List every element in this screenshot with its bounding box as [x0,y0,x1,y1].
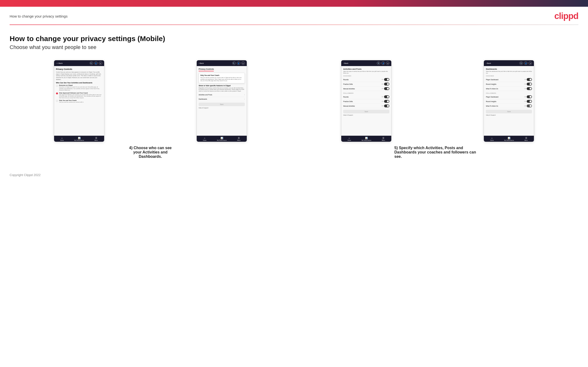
playerdash-f-label: Player Dashboard [486,96,498,98]
bottom-tab-perf-3[interactable]: 📊 My Performance [362,137,371,141]
phone-bottom-1: ⌂ Home 📊 My Performance ☰ Menu [54,136,104,142]
toggle-switch-ric[interactable] [527,83,532,85]
radio-label-1: Everyone on Clippd [59,84,102,86]
toggle-switch-pdf[interactable] [527,95,532,98]
save-button-3[interactable]: Save [343,110,389,113]
logo: clippd [554,11,578,21]
activities-title: Activities and Posts [343,68,389,70]
bottom-tab-perf-2[interactable]: 📊 My Performance [217,137,226,141]
help-row-3[interactable]: Help & Support [343,114,389,116]
toggle-switch-wwc[interactable] [527,87,532,90]
bottom-tab-menu-4[interactable]: ☰ Menu [525,137,528,141]
coaches-label-4: COACHES [486,75,532,77]
toggle-playerdash-c[interactable]: Player Dashboard ON [486,77,532,82]
toggle-whatwork-c[interactable]: What To Work On ON [486,86,532,91]
back-button-1[interactable]: ‹ < Back [56,62,63,64]
screenshots-right: ‹ Back 🔍 👤 ⚙ Activities and Posts Select… [297,60,579,159]
home-label-3: Home [347,140,351,141]
search-icon[interactable]: 🔍 [90,61,93,65]
toggle-switch-rc[interactable] [384,78,389,81]
toggle-switch-rf[interactable] [384,95,389,98]
toggle-switch-df[interactable] [384,100,389,103]
toggle-playerdash-f[interactable]: Player Dashboard ON [486,95,532,99]
search-icon-4[interactable]: 🔍 [519,61,523,65]
dropdown-title: Only You and Your Coach [200,75,243,76]
phone-bottom-4: ⌂ Home 📊 My Performance ☰ Menu [484,136,534,142]
toggle-drills-f[interactable]: Practice Drills ON [343,99,389,104]
settings-icon-4[interactable]: ⚙ [529,61,532,65]
toggle-switch-pdc[interactable] [527,78,532,81]
help-row-4[interactable]: Help & Support [486,114,532,116]
toggle-whatwork-f[interactable]: What To Work On ON [486,104,532,108]
caption-left: 4) Choose who can see your Activities an… [126,146,174,159]
person-icon-3[interactable]: 👤 [381,61,385,65]
bottom-tab-home-1[interactable]: ⌂ Home [60,137,64,141]
toggle-rounds-c[interactable]: Rounds ON [343,77,389,82]
save-button-2[interactable]: Save [199,103,245,106]
back-button-3[interactable]: ‹ Back [343,62,348,64]
followers-label: FOLLOWERS [343,92,389,94]
menu-label-3: Menu [382,140,385,141]
bottom-tab-home-4[interactable]: ⌂ Home [490,137,494,141]
main-content: How to change your privacy settings (Mob… [0,25,588,166]
radio-option-1[interactable]: Everyone on Clippd Everyone on Clippd ca… [56,84,102,91]
radio-label-2: Only Approved Followers and Your Coach [59,92,102,94]
phone-bottom-3: ⌂ Home 📊 My Performance ☰ Menu [341,136,391,142]
toggle-manual-c[interactable]: Manual Activities ON [343,86,389,91]
on-text-mf: ON [382,105,384,107]
toggle-drills-c[interactable]: Practice Drills ON [343,82,389,86]
person-icon-2[interactable]: 👤 [237,61,240,65]
dropdown-text: Only you and the coaches you connect wit… [200,77,243,82]
on-text-pdf: ON [524,96,526,98]
toggle-manual-f[interactable]: Manual Activities ON [343,104,389,108]
on-text-df: ON [382,101,384,102]
bottom-tab-menu-1[interactable]: ☰ Menu [95,137,98,141]
bottom-tab-menu-3[interactable]: ☰ Menu [382,137,385,141]
home-icon-4: ⌂ [491,137,493,139]
bottom-tab-perf-4[interactable]: 📊 My Performance [504,137,514,141]
toggle-switch-dc[interactable] [384,83,389,85]
chart-icon-4: 📊 [508,137,510,139]
menu-row-dashboards[interactable]: Dashboards › [199,97,245,101]
screenshots-row: ‹ < Back 🔍 👤 ⚙ Privacy Controls [10,60,578,159]
search-icon-3[interactable]: 🔍 [377,61,380,65]
home-label: Home [60,140,64,141]
settings-icon[interactable]: ⚙ [99,61,102,65]
settings-icon-2[interactable]: ⚙ [242,61,245,65]
settings-icon-3[interactable]: ⚙ [386,61,389,65]
phone-block-1: ‹ < Back 🔍 👤 ⚙ Privacy Controls [10,60,148,142]
section-heading-2: Show or hide specific features in Clippd [199,85,245,86]
menu-row-activities[interactable]: Activities and Posts › [199,93,245,97]
radio-option-3[interactable]: Only You and Your Coach Only you and the… [56,100,102,103]
save-button-4[interactable]: Save [486,110,532,113]
top-bar [0,0,588,7]
toggle-roundins-f[interactable]: Round Insights ON [486,99,532,104]
radio-option-2[interactable]: Only Approved Followers and Your Coach O… [56,92,102,99]
bottom-tab-menu-2[interactable]: ☰ Menu [237,137,241,141]
search-icon-2[interactable]: 🔍 [232,61,236,65]
on-text-dc: ON [382,83,384,85]
breadcrumb: How to change your privacy settings [10,14,68,18]
back-button-2[interactable]: ‹ Back [199,62,204,64]
bottom-tab-home-3[interactable]: ⌂ Home [347,137,351,141]
activities-label: Activities and Posts [199,94,212,96]
person-icon-4[interactable]: 👤 [524,61,527,65]
bottom-tab-home-2[interactable]: ⌂ Home [203,137,207,141]
help-row-2[interactable]: Help & Support [199,107,245,108]
toggle-switch-wwf[interactable] [527,104,532,107]
toggle-rounds-f[interactable]: Rounds ON [343,95,389,99]
toggle-switch-mc[interactable] [384,87,389,90]
person-icon[interactable]: 👤 [94,61,98,65]
back-button-4[interactable]: ‹ Back [486,62,491,64]
toggle-switch-mf[interactable] [384,104,389,107]
drills-c-label: Practice Drills [343,83,353,85]
privacy-controls-tab[interactable]: Privacy Controls [199,68,214,71]
menu-label-4: Menu [525,140,528,141]
phone-body-2: Privacy Controls Only You and Your Coach… [197,66,247,136]
toggle-roundins-c[interactable]: Round Insights ON [486,82,532,86]
bottom-tab-perf-1[interactable]: 📊 My Performance [74,137,84,141]
chart-icon: 📊 [78,137,81,139]
screen1-body-text: Control how you and your data appears to… [56,71,102,80]
on-text-mc: ON [382,88,384,89]
toggle-switch-rif[interactable] [527,100,532,103]
